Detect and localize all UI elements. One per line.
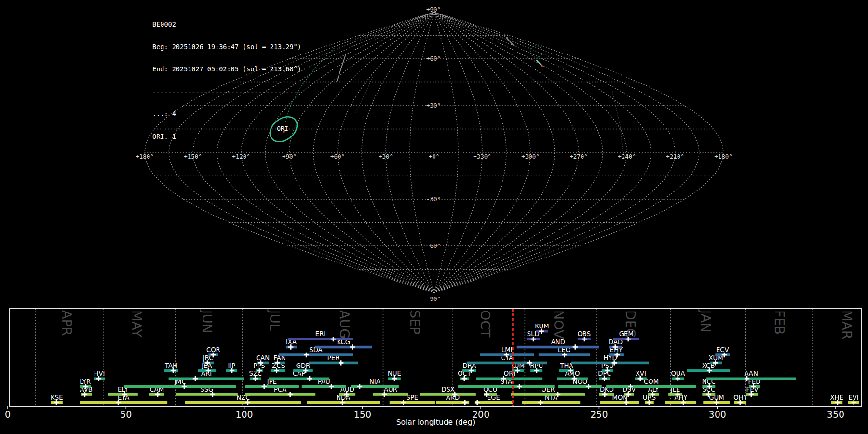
shower-bar-CAP bbox=[269, 377, 329, 380]
shower-peak-marker-CAP bbox=[307, 376, 312, 381]
shower-label-EVI: EVI bbox=[848, 394, 858, 401]
observation-header: BE0002 Beg: 20251026 19:36:47 (sol = 213… bbox=[152, 6, 301, 155]
shower-bar-STA bbox=[458, 385, 555, 388]
x-tick-label: 0 bbox=[5, 409, 11, 420]
month-label: JUL bbox=[267, 309, 282, 331]
shower-bar-PER bbox=[309, 362, 358, 365]
map-lon-label: +300° bbox=[521, 153, 540, 160]
shower-peak-marker-KCG bbox=[350, 344, 355, 349]
shower-label-KSE: KSE bbox=[51, 394, 63, 401]
sky-and-timeline-canvas: +180°+150°+120°+90°+60°+30°+0°+330°+300°… bbox=[0, 0, 868, 434]
map-lat-label: +60° bbox=[426, 55, 441, 62]
shower-label-ECV: ECV bbox=[716, 346, 729, 353]
shower-label-XHE: XHE bbox=[830, 394, 843, 401]
shower-bar-PAU bbox=[302, 385, 346, 388]
observation-end: End: 20251027 05:02:05 (sol = 213.68°) bbox=[152, 66, 301, 73]
shower-peak-marker-SPE bbox=[401, 400, 406, 405]
x-axis-title: Solar longitude (deg) bbox=[396, 418, 475, 427]
shower-bar-OER bbox=[511, 393, 585, 396]
shower-label-LMI: LMI bbox=[502, 346, 513, 353]
shower-peak-marker-ERI bbox=[331, 337, 336, 341]
month-label: AUG bbox=[337, 310, 352, 339]
map-lat-label: +90° bbox=[426, 6, 441, 13]
observation-begin: Beg: 20251026 19:36:47 (sol = 213.29°) bbox=[152, 43, 301, 51]
shower-peak-marker-STA bbox=[517, 384, 522, 389]
shower-bar-SDA bbox=[279, 353, 353, 356]
shower-label-NIA: NIA bbox=[369, 378, 380, 385]
map-lon-label: +180° bbox=[714, 153, 732, 160]
shower-label-ERI: ERI bbox=[315, 330, 326, 338]
x-tick-label: 150 bbox=[354, 409, 371, 420]
shower-peak-marker-PCA bbox=[288, 392, 293, 397]
map-lon-label: +0° bbox=[429, 153, 440, 160]
shower-label-OBS: OBS bbox=[577, 330, 591, 338]
month-label: MAR bbox=[840, 310, 854, 339]
x-tick-label: 100 bbox=[235, 409, 253, 420]
map-lon-label: +60° bbox=[330, 153, 345, 160]
shower-bar-NOO bbox=[558, 385, 602, 388]
month-label: SEP bbox=[407, 310, 422, 334]
shower-bar-KCG bbox=[315, 346, 372, 349]
shower-label-TAH: TAH bbox=[164, 362, 177, 369]
count-unassociated: ...: 4 bbox=[152, 110, 301, 118]
sporadic-meteor bbox=[337, 56, 345, 82]
meteor-end-marker bbox=[541, 65, 543, 67]
map-lon-label: +330° bbox=[473, 153, 491, 160]
map-lon-label: +180° bbox=[136, 153, 154, 160]
map-lon-label: +30° bbox=[379, 153, 393, 160]
shower-bar-JPE bbox=[245, 385, 299, 388]
shower-peak-marker-NTA bbox=[538, 400, 543, 405]
map-lon-label: +270° bbox=[570, 153, 588, 160]
shower-label-CAN: CAN bbox=[256, 354, 270, 362]
shower-label-GEM: GEM bbox=[619, 330, 634, 338]
x-tick-label: 250 bbox=[590, 409, 608, 420]
shower-bar-MON bbox=[600, 401, 639, 404]
shower-bar-ARI bbox=[169, 377, 244, 380]
shower-bar-SPE bbox=[390, 401, 435, 404]
shower-bar-NZC bbox=[185, 401, 301, 404]
shower-peak-marker-ARI bbox=[193, 376, 198, 381]
shower-label-XVI: XVI bbox=[636, 370, 646, 377]
month-label: APR bbox=[59, 310, 74, 336]
shower-bar-EGE bbox=[475, 401, 513, 404]
x-tick-label: 300 bbox=[709, 409, 726, 420]
map-lon-label: +240° bbox=[618, 153, 636, 160]
shower-peak-marker-SDA bbox=[304, 353, 309, 357]
shower-bar-CTA bbox=[467, 362, 547, 365]
station-id: BE0002 bbox=[152, 21, 301, 28]
shower-peak-marker-AND bbox=[573, 344, 578, 349]
shower-bar-ETA bbox=[80, 401, 167, 404]
shower-bar-AUR bbox=[373, 393, 408, 396]
count-ori: ORI: 1 bbox=[152, 133, 301, 141]
map-lat-label: -60° bbox=[426, 242, 441, 249]
shower-label-OHY: OHY bbox=[733, 394, 747, 401]
header-separator: -------------------------------------- bbox=[152, 88, 301, 96]
shower-bar-AAN bbox=[706, 377, 796, 380]
shower-bar-NTA bbox=[522, 401, 580, 404]
shower-label-NUE: NUE bbox=[388, 370, 401, 377]
month-label: MAY bbox=[129, 310, 144, 338]
shower-bar-GDR bbox=[293, 369, 313, 372]
shower-peak-marker-ARD bbox=[462, 400, 467, 405]
sporadic-trail bbox=[612, 92, 623, 154]
month-label: OCT bbox=[478, 310, 493, 338]
map-meridian bbox=[434, 12, 458, 293]
shower-peak-marker-JPE bbox=[262, 384, 267, 389]
shower-label-GDR: GDR bbox=[296, 362, 311, 369]
shower-label-LYR: LYR bbox=[80, 378, 91, 385]
shower-bar-PCA bbox=[245, 393, 315, 396]
shower-bar-AND bbox=[517, 346, 599, 349]
shower-bar-ORI bbox=[476, 377, 542, 380]
shower-bar-JMC bbox=[124, 385, 236, 388]
map-lat-label: -90° bbox=[426, 295, 441, 302]
shower-label-DSX: DSX bbox=[441, 386, 455, 393]
shower-label-COR: COR bbox=[206, 346, 220, 353]
shower-label-THA: THA bbox=[559, 362, 573, 369]
map-lon-label: +210° bbox=[666, 153, 684, 160]
shower-bar-HYD bbox=[571, 362, 649, 365]
shower-label-AAN: AAN bbox=[744, 370, 758, 377]
month-label: FEB bbox=[772, 310, 787, 335]
shower-peak-marker-NIA bbox=[357, 384, 362, 389]
x-tick-label: 50 bbox=[120, 409, 132, 420]
shower-peak-marker-EGE bbox=[475, 400, 480, 405]
